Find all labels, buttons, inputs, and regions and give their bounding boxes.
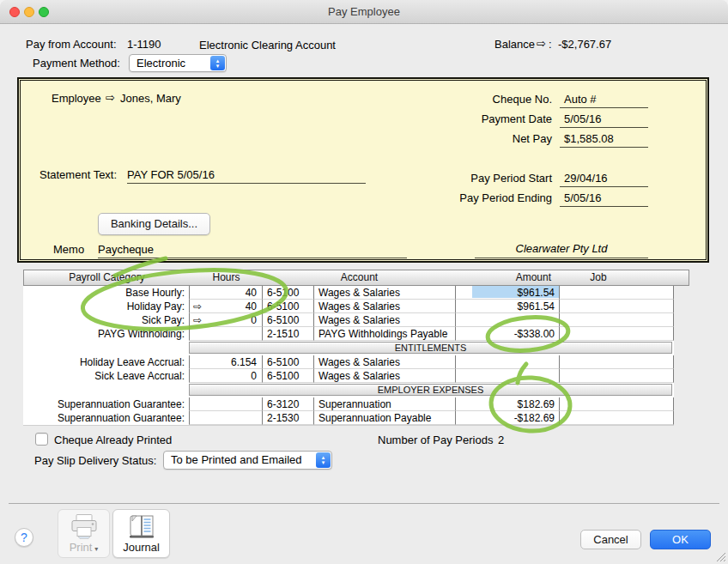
job-cell[interactable] [559,355,674,369]
job-cell[interactable] [559,397,674,411]
pay-period-start-label: Pay Period Start [470,172,552,185]
statement-text-value[interactable]: PAY FOR 5/05/16 [127,168,215,181]
table-row: Sick Pay: ⇨0 6-5100 Wages & Salaries [23,313,674,327]
amount-cell[interactable]: $182.69 [455,397,559,411]
zoom-arrow-icon[interactable]: ⇨ [537,37,546,50]
account-number-cell[interactable]: 2-1510 [262,327,313,341]
column-header-hours[interactable]: Hours [190,270,263,285]
hours-cell[interactable] [189,411,262,425]
zoom-arrow-icon[interactable]: ⇨ [193,300,202,313]
pay-period-ending-value[interactable]: 5/05/16 [564,191,601,204]
payment-date-underline [560,127,648,128]
column-header-account[interactable]: Account [263,270,456,285]
payment-method-value: Electronic [136,57,185,70]
account-number-cell[interactable]: 6-5100 [262,355,313,369]
column-header-amount[interactable]: Amount [456,270,560,285]
amount-cell[interactable] [455,369,559,383]
hours-cell[interactable]: 6.154 [189,355,262,369]
account-name-cell: Superannuation Payable [313,411,455,425]
pay-from-account-label: Pay from Account: [26,38,117,51]
pay-period-ending-underline [560,206,648,207]
cheque-no-label: Cheque No. [493,93,552,106]
job-cell[interactable] [559,286,674,300]
help-button[interactable]: ? [15,528,33,547]
cheque-no-value[interactable]: Auto # [564,93,597,106]
column-header-payroll-category[interactable]: Payroll Category [24,270,190,285]
signature-underline [475,258,648,258]
cancel-button[interactable]: Cancel [580,530,641,549]
cheque-panel: Employee ⇨ Jones, Mary Cheque No. Auto #… [17,77,709,263]
pay-period-start-value[interactable]: 29/04/16 [564,172,608,185]
job-cell[interactable] [559,313,674,327]
section-row: EMPLOYER EXPENSES [23,384,674,397]
memo-underline [98,258,407,258]
company-signature: Clearwater Pty Ltd [475,242,648,255]
employee-name[interactable]: Jones, Mary [120,92,181,105]
print-dropdown-caret-icon[interactable]: ▾ [94,545,98,553]
pay-period-start-underline [560,186,648,187]
hours-cell[interactable] [189,327,262,341]
table-row: Holiday Pay: ⇨40 6-5100 Wages & Salaries… [23,300,674,313]
amount-cell[interactable]: -$182.69 [455,411,559,425]
print-button[interactable]: Print▾ [58,509,110,558]
account-name-cell: Wages & Salaries [313,369,455,383]
payroll-category-cell: Holiday Pay: [23,300,189,313]
section-band-entitlements: ENTITLEMENTS [189,342,672,354]
amount-cell-selected[interactable]: $961.54 [455,286,559,300]
memo-value[interactable]: Paycheque [98,243,154,256]
hours-cell[interactable]: ⇨0 [189,313,262,327]
help-icon: ? [21,531,27,544]
statement-text-underline [127,183,366,184]
job-cell[interactable] [559,411,674,425]
net-pay-value: $1,585.08 [564,132,614,145]
journal-button[interactable]: Journal [112,509,170,558]
account-number-cell[interactable]: 6-5100 [262,286,313,300]
payment-method-label: Payment Method: [33,57,120,70]
balance-label: Balance [494,38,535,51]
account-number-cell[interactable]: 6-5100 [262,369,313,383]
amount-cell[interactable] [455,355,559,369]
table-row: Superannuation Guarantee: 2-1530 Superan… [23,411,674,425]
table-row: Base Hourly: 40 6-5100 Wages & Salaries … [23,286,674,300]
pay-from-account-name: Electronic Clearing Account [199,39,336,52]
balance-colon: : [549,38,552,51]
hours-cell[interactable]: ⇨40 [189,300,262,313]
job-cell[interactable] [559,300,674,313]
amount-cell[interactable]: $961.54 [455,300,559,313]
pay-slip-delivery-status-select[interactable]: To be Printed and Emailed ▴▾ [163,451,332,470]
account-number-cell[interactable]: 6-5100 [262,300,313,313]
hours-cell[interactable]: 0 [189,369,262,383]
pay-from-account-number[interactable]: 1-1190 [127,38,161,51]
payment-date-label: Payment Date [482,112,552,125]
resize-grip[interactable] [714,550,726,562]
banking-details-button[interactable]: Banking Details... [98,213,210,235]
pay-slip-delivery-status-value: To be Printed and Emailed [171,453,301,466]
ok-button[interactable]: OK [650,530,711,549]
payment-date-value[interactable]: 5/05/16 [564,112,601,125]
cheque-already-printed-checkbox[interactable] [35,433,48,446]
journal-book-icon [126,513,157,539]
payroll-category-cell: Sick Leave Accrual: [23,369,189,383]
account-name-cell: Wages & Salaries [313,313,455,327]
net-pay-label: Net Pay [513,132,552,145]
job-cell[interactable] [559,369,674,383]
payroll-category-cell: Superannuation Guarantee: [23,397,189,411]
account-number-cell[interactable]: 2-1530 [262,411,313,425]
select-stepper-icon: ▴▾ [316,452,331,468]
amount-cell[interactable] [455,313,559,327]
hours-cell[interactable]: 40 [189,286,262,300]
account-number-cell[interactable]: 6-5100 [262,313,313,327]
zoom-arrow-icon[interactable]: ⇨ [106,91,115,104]
hours-cell[interactable] [189,397,262,411]
zoom-arrow-icon[interactable]: ⇨ [193,313,202,327]
account-number-cell[interactable]: 6-3120 [262,397,313,411]
table-row: Holiday Leave Accrual: 6.154 6-5100 Wage… [23,355,674,369]
amount-cell[interactable]: -$338.00 [455,327,559,341]
account-name-cell: Wages & Salaries [313,286,455,300]
net-pay-underline [560,147,648,148]
job-cell[interactable] [559,327,674,341]
column-header-job[interactable]: Job [560,270,637,285]
cheque-already-printed-label: Cheque Already Printed [54,434,172,446]
table-row: Superannuation Guarantee: 6-3120 Superan… [23,397,674,411]
payment-method-select[interactable]: Electronic ▴▾ [129,54,227,72]
